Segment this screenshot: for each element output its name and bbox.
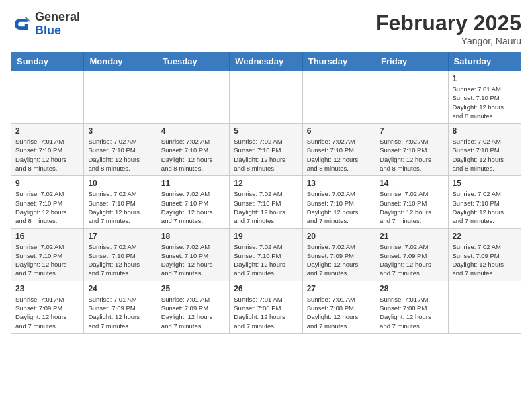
calendar-week-row: 16Sunrise: 7:02 AM Sunset: 7:10 PM Dayli… [11,228,521,281]
weekday-header: Thursday [302,52,375,71]
title-section: February 2025 Yangor, Nauru [375,11,521,46]
calendar-cell: 9Sunrise: 7:02 AM Sunset: 7:10 PM Daylig… [11,176,84,228]
calendar-week-row: 9Sunrise: 7:02 AM Sunset: 7:10 PM Daylig… [11,176,521,228]
day-number: 8 [453,126,517,136]
day-number: 14 [380,179,443,188]
day-number: 26 [234,284,298,293]
day-info: Sunrise: 7:02 AM Sunset: 7:10 PM Dayligh… [453,137,517,173]
day-info: Sunrise: 7:01 AM Sunset: 7:08 PM Dayligh… [380,295,443,330]
calendar-week-row: 23Sunrise: 7:01 AM Sunset: 7:09 PM Dayli… [11,281,521,333]
day-info: Sunrise: 7:02 AM Sunset: 7:10 PM Dayligh… [15,242,79,278]
day-number: 5 [234,126,298,136]
weekday-header: Saturday [448,52,521,71]
calendar-cell: 14Sunrise: 7:02 AM Sunset: 7:10 PM Dayli… [375,176,448,228]
calendar-cell: 8Sunrise: 7:02 AM Sunset: 7:10 PM Daylig… [448,124,521,176]
day-number: 12 [234,179,298,188]
calendar: SundayMondayTuesdayWednesdayThursdayFrid… [11,52,521,334]
calendar-cell: 3Sunrise: 7:02 AM Sunset: 7:10 PM Daylig… [84,124,157,176]
calendar-cell: 19Sunrise: 7:02 AM Sunset: 7:10 PM Dayli… [230,228,302,281]
calendar-cell [230,71,302,124]
calendar-cell: 26Sunrise: 7:01 AM Sunset: 7:08 PM Dayli… [230,281,302,333]
day-number: 20 [307,232,371,241]
day-info: Sunrise: 7:01 AM Sunset: 7:10 PM Dayligh… [15,137,79,173]
day-info: Sunrise: 7:02 AM Sunset: 7:10 PM Dayligh… [380,189,443,225]
calendar-cell: 1Sunrise: 7:01 AM Sunset: 7:10 PM Daylig… [448,71,521,124]
day-info: Sunrise: 7:02 AM Sunset: 7:10 PM Dayligh… [161,242,225,278]
day-number: 19 [234,232,298,241]
day-info: Sunrise: 7:02 AM Sunset: 7:10 PM Dayligh… [234,137,298,173]
weekday-header: Friday [375,52,448,71]
calendar-week-row: 1Sunrise: 7:01 AM Sunset: 7:10 PM Daylig… [11,71,521,124]
day-number: 11 [161,179,225,188]
day-info: Sunrise: 7:01 AM Sunset: 7:09 PM Dayligh… [161,295,225,330]
calendar-cell: 6Sunrise: 7:02 AM Sunset: 7:10 PM Daylig… [302,124,375,176]
day-info: Sunrise: 7:02 AM Sunset: 7:10 PM Dayligh… [307,137,371,173]
day-info: Sunrise: 7:02 AM Sunset: 7:10 PM Dayligh… [453,189,517,225]
calendar-cell: 4Sunrise: 7:02 AM Sunset: 7:10 PM Daylig… [157,124,229,176]
logo: General Blue [11,11,80,38]
day-info: Sunrise: 7:01 AM Sunset: 7:08 PM Dayligh… [307,295,371,330]
day-info: Sunrise: 7:02 AM Sunset: 7:09 PM Dayligh… [453,242,517,278]
day-number: 27 [307,284,371,293]
calendar-header-row: SundayMondayTuesdayWednesdayThursdayFrid… [11,52,521,71]
calendar-cell: 15Sunrise: 7:02 AM Sunset: 7:10 PM Dayli… [448,176,521,228]
day-number: 7 [380,126,443,136]
calendar-cell [448,281,521,333]
calendar-cell: 22Sunrise: 7:02 AM Sunset: 7:09 PM Dayli… [448,228,521,281]
calendar-cell [157,71,229,124]
day-info: Sunrise: 7:02 AM Sunset: 7:10 PM Dayligh… [15,189,79,225]
calendar-cell: 16Sunrise: 7:02 AM Sunset: 7:10 PM Dayli… [11,228,84,281]
weekday-header: Tuesday [157,52,229,71]
day-number: 3 [88,126,152,136]
day-number: 13 [307,179,371,188]
logo-text: General Blue [35,11,80,38]
day-number: 2 [15,126,79,136]
calendar-cell: 11Sunrise: 7:02 AM Sunset: 7:10 PM Dayli… [157,176,229,228]
day-info: Sunrise: 7:01 AM Sunset: 7:09 PM Dayligh… [15,295,79,330]
weekday-header: Sunday [11,52,84,71]
day-info: Sunrise: 7:02 AM Sunset: 7:10 PM Dayligh… [88,189,152,225]
calendar-cell: 5Sunrise: 7:02 AM Sunset: 7:10 PM Daylig… [230,124,302,176]
calendar-cell: 10Sunrise: 7:02 AM Sunset: 7:10 PM Dayli… [84,176,157,228]
day-number: 17 [88,232,152,241]
calendar-cell: 27Sunrise: 7:01 AM Sunset: 7:08 PM Dayli… [302,281,375,333]
calendar-cell: 28Sunrise: 7:01 AM Sunset: 7:08 PM Dayli… [375,281,448,333]
day-number: 15 [453,179,517,188]
day-info: Sunrise: 7:02 AM Sunset: 7:10 PM Dayligh… [380,137,443,173]
day-info: Sunrise: 7:02 AM Sunset: 7:10 PM Dayligh… [161,189,225,225]
calendar-cell: 17Sunrise: 7:02 AM Sunset: 7:10 PM Dayli… [84,228,157,281]
location: Yangor, Nauru [375,36,521,46]
calendar-cell [84,71,157,124]
logo-general: General [35,11,80,24]
weekday-header: Wednesday [230,52,302,71]
calendar-cell [375,71,448,124]
weekday-header: Monday [84,52,157,71]
day-number: 24 [88,284,152,293]
calendar-body: 1Sunrise: 7:01 AM Sunset: 7:10 PM Daylig… [11,71,521,334]
calendar-cell: 2Sunrise: 7:01 AM Sunset: 7:10 PM Daylig… [11,124,84,176]
calendar-cell [302,71,375,124]
day-number: 1 [453,74,517,83]
day-number: 10 [88,179,152,188]
calendar-cell: 18Sunrise: 7:02 AM Sunset: 7:10 PM Dayli… [157,228,229,281]
day-number: 25 [161,284,225,293]
logo-blue: Blue [35,24,80,38]
day-info: Sunrise: 7:02 AM Sunset: 7:10 PM Dayligh… [161,137,225,173]
day-info: Sunrise: 7:02 AM Sunset: 7:10 PM Dayligh… [234,189,298,225]
day-info: Sunrise: 7:02 AM Sunset: 7:10 PM Dayligh… [88,137,152,173]
calendar-cell: 7Sunrise: 7:02 AM Sunset: 7:10 PM Daylig… [375,124,448,176]
logo-icon [11,13,32,35]
day-info: Sunrise: 7:02 AM Sunset: 7:09 PM Dayligh… [307,242,371,278]
calendar-cell: 13Sunrise: 7:02 AM Sunset: 7:10 PM Dayli… [302,176,375,228]
day-number: 4 [161,126,225,136]
calendar-cell: 12Sunrise: 7:02 AM Sunset: 7:10 PM Dayli… [230,176,302,228]
day-number: 16 [15,232,79,241]
day-info: Sunrise: 7:02 AM Sunset: 7:10 PM Dayligh… [88,242,152,278]
day-number: 18 [161,232,225,241]
page-header: General Blue February 2025 Yangor, Nauru [11,11,521,46]
day-number: 21 [380,232,443,241]
calendar-cell [11,71,84,124]
day-number: 22 [453,232,517,241]
month-title: February 2025 [375,11,521,36]
day-info: Sunrise: 7:02 AM Sunset: 7:10 PM Dayligh… [307,189,371,225]
